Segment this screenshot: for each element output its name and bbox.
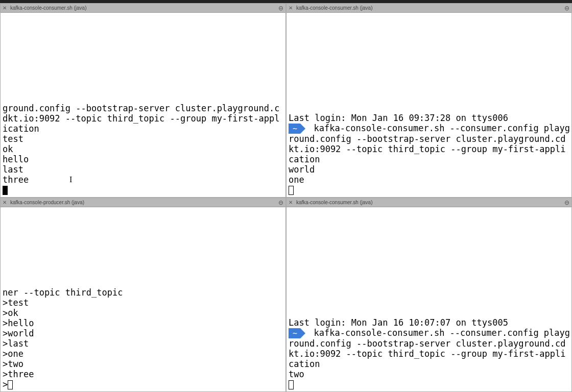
titlebar[interactable]: ✕ kafka-console-consumer.sh (java) ⊖ <box>287 4 571 13</box>
cursor-outline <box>8 380 13 389</box>
close-icon[interactable]: ✕ <box>288 6 293 11</box>
prompt-line: ~ kafka-console-consumer.sh --consumer.c… <box>289 123 570 164</box>
pane-top-right: ✕ kafka-console-consumer.sh (java) ⊖ Las… <box>286 3 572 198</box>
titlebar[interactable]: ✕ kafka-console-consumer.sh (java) ⊖ <box>1 4 285 13</box>
close-icon[interactable]: ✕ <box>2 6 7 11</box>
prompt-arrow-icon: ~ <box>289 124 300 134</box>
prompt-arrow-icon: ~ <box>289 328 300 338</box>
last-login-line: Last login: Mon Jan 16 10:07:07 on ttys0… <box>289 317 570 328</box>
minimize-icon[interactable]: ⊖ <box>564 200 570 206</box>
terminal-body[interactable]: Last login: Mon Jan 16 10:07:07 on ttys0… <box>287 207 571 391</box>
terminal-body[interactable]: ground.config --bootstrap-server cluster… <box>1 13 285 197</box>
terminal-body[interactable]: Last login: Mon Jan 16 09:37:28 on ttys0… <box>287 13 571 197</box>
tab-title: kafka-console-producer.sh (java) <box>10 200 278 205</box>
minimize-icon[interactable]: ⊖ <box>564 5 570 11</box>
cursor-outline <box>289 186 294 195</box>
producer-prompt-char: > <box>3 379 8 389</box>
terminal-output: two <box>289 369 570 379</box>
terminal-body[interactable]: ner --topic third_topic >test >ok >hello… <box>1 207 285 391</box>
prompt-line: ~ kafka-console-consumer.sh --consumer.c… <box>289 328 570 369</box>
last-login-line: Last login: Mon Jan 16 09:37:28 on ttys0… <box>289 113 570 123</box>
tab-title: kafka-console-consumer.sh (java) <box>10 5 278 11</box>
cursor-outline <box>289 380 294 389</box>
tab-title: kafka-console-consumer.sh (java) <box>296 5 564 11</box>
titlebar[interactable]: ✕ kafka-console-consumer.sh (java) ⊖ <box>287 198 571 207</box>
command-text: kafka-console-consumer.sh --consumer.con… <box>289 328 570 369</box>
pane-top-left: ✕ kafka-console-consumer.sh (java) ⊖ gro… <box>0 3 286 198</box>
command-text: kafka-console-consumer.sh --consumer.con… <box>289 123 570 164</box>
minimize-icon[interactable]: ⊖ <box>278 200 284 206</box>
terminal-output: world one <box>289 164 570 185</box>
pane-bottom-right: ✕ kafka-console-consumer.sh (java) ⊖ Las… <box>286 198 572 392</box>
terminal-output: ground.config --bootstrap-server cluster… <box>3 103 279 185</box>
tab-title: kafka-console-consumer.sh (java) <box>296 200 564 205</box>
terminal-output: ner --topic third_topic >test >ok >hello… <box>3 287 284 379</box>
pane-bottom-left: ✕ kafka-console-producer.sh (java) ⊖ ner… <box>0 198 286 392</box>
cursor-block <box>3 186 8 195</box>
terminal-grid: ✕ kafka-console-consumer.sh (java) ⊖ gro… <box>0 3 572 392</box>
close-icon[interactable]: ✕ <box>288 200 293 205</box>
minimize-icon[interactable]: ⊖ <box>278 5 284 11</box>
titlebar[interactable]: ✕ kafka-console-producer.sh (java) ⊖ <box>1 198 285 207</box>
close-icon[interactable]: ✕ <box>2 200 7 205</box>
